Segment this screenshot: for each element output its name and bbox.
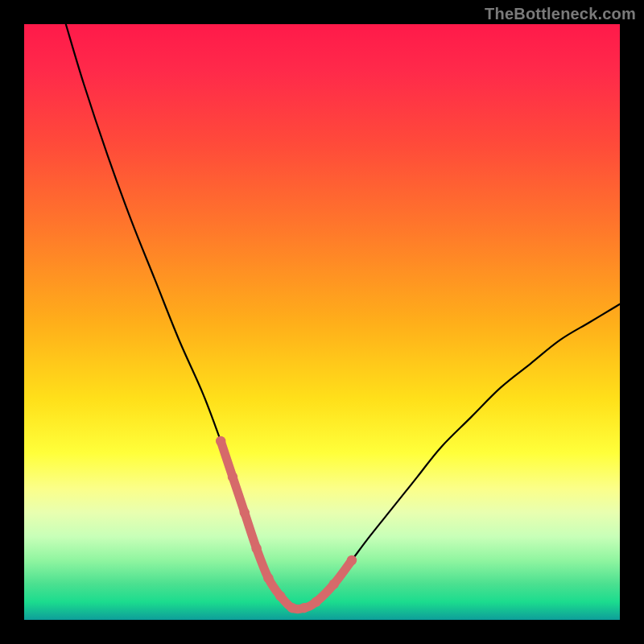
highlight-dot [329,579,339,588]
highlight-dot [299,603,309,613]
highlight-dot [251,543,261,553]
bottleneck-curve [66,24,620,609]
chart-frame: TheBottleneck.com [0,0,644,644]
curve-svg [24,24,620,620]
highlight-dot [216,436,225,446]
bottleneck-highlight-dots [216,436,357,613]
highlight-dot [240,508,250,518]
highlight-dot [263,573,273,583]
highlight-dot [287,603,297,613]
highlight-dot [311,597,320,607]
watermark-text: TheBottleneck.com [485,5,636,23]
highlight-dot [228,472,237,481]
plot-area [24,24,620,620]
highlight-dot [275,591,285,601]
highlight-dot [347,555,357,565]
